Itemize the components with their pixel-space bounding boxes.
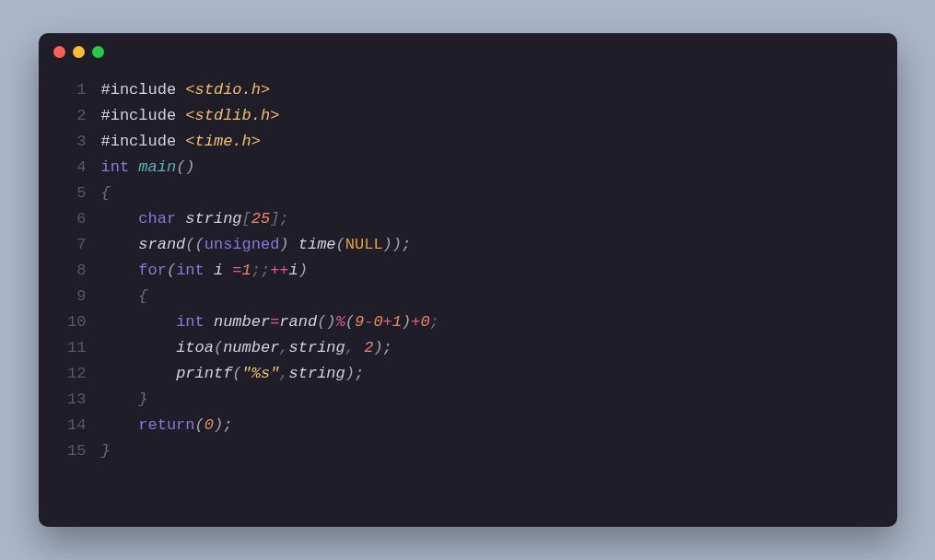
code-token: } xyxy=(101,442,111,460)
code-token xyxy=(205,313,214,331)
code-token: { xyxy=(101,287,148,305)
code-line[interactable]: 2#include <stdlib.h> xyxy=(39,103,897,129)
code-token: time xyxy=(298,236,336,253)
code-token: #include xyxy=(101,107,186,124)
code-token xyxy=(101,416,139,434)
code-content[interactable]: } xyxy=(101,438,111,464)
code-token xyxy=(101,210,139,228)
line-number: 8 xyxy=(39,258,101,284)
code-token: } xyxy=(101,391,148,408)
code-token xyxy=(205,262,214,279)
code-token: ( xyxy=(232,365,241,382)
code-token: #include xyxy=(101,81,186,99)
code-token: 9 xyxy=(355,313,364,331)
code-token: ); xyxy=(373,339,392,356)
code-token: i xyxy=(214,262,223,279)
code-content[interactable]: itoa(number,string, 2); xyxy=(101,335,392,361)
code-token: [ xyxy=(242,210,251,228)
code-line[interactable]: 3#include <time.h> xyxy=(39,129,897,155)
code-line[interactable]: 13 } xyxy=(39,387,897,413)
code-token: i xyxy=(289,262,298,279)
code-token: int xyxy=(101,158,130,176)
code-token: ) xyxy=(298,262,308,279)
code-token: 1 xyxy=(242,262,251,279)
code-line[interactable]: 8 for(int i =1;;++i) xyxy=(39,258,897,284)
code-token: itoa xyxy=(176,339,214,356)
code-content[interactable]: return(0); xyxy=(101,413,233,438)
line-number: 5 xyxy=(39,181,101,206)
code-content[interactable]: { xyxy=(101,284,148,309)
line-number: 10 xyxy=(39,309,101,335)
zoom-icon[interactable] xyxy=(92,46,104,58)
code-line[interactable]: 7 srand((unsigned) time(NULL)); xyxy=(39,232,897,258)
code-content[interactable]: #include <stdlib.h> xyxy=(101,103,280,129)
code-token xyxy=(223,262,232,279)
code-token: ++ xyxy=(270,262,288,279)
code-line[interactable]: 6 char string[25]; xyxy=(39,206,897,232)
code-token: printf xyxy=(176,365,232,382)
code-token: ]; xyxy=(270,210,288,228)
code-line[interactable]: 15} xyxy=(39,438,897,464)
code-token xyxy=(101,262,139,279)
code-token: #include xyxy=(101,133,186,150)
code-line[interactable]: 5{ xyxy=(39,181,897,206)
code-token: , xyxy=(279,365,288,382)
code-token: = xyxy=(232,262,241,279)
code-token: () xyxy=(176,158,194,176)
code-content[interactable]: char string[25]; xyxy=(101,206,289,232)
code-content[interactable]: } xyxy=(101,387,148,413)
line-number: 4 xyxy=(39,155,101,181)
code-content[interactable]: srand((unsigned) time(NULL)); xyxy=(101,232,412,258)
code-line[interactable]: 1#include <stdio.h> xyxy=(39,77,897,103)
line-number: 9 xyxy=(39,284,101,309)
code-token: srand xyxy=(138,236,185,253)
code-token: 0 xyxy=(205,416,214,434)
line-number: 14 xyxy=(39,413,101,438)
code-token xyxy=(101,313,177,331)
code-line[interactable]: 12 printf("%s",string); xyxy=(39,361,897,387)
code-token: 2 xyxy=(364,339,373,356)
code-token: int xyxy=(176,313,205,331)
code-line[interactable]: 10 int number=rand()%(9-0+1)+0; xyxy=(39,309,897,335)
code-token: + xyxy=(411,313,420,331)
code-content[interactable]: printf("%s",string); xyxy=(101,361,365,387)
code-line[interactable]: 9 { xyxy=(39,284,897,309)
code-window: 1#include <stdio.h>2#include <stdlib.h>3… xyxy=(39,33,897,527)
close-icon[interactable] xyxy=(53,46,65,58)
code-editor[interactable]: 1#include <stdio.h>2#include <stdlib.h>3… xyxy=(39,70,897,464)
code-line[interactable]: 11 itoa(number,string, 2); xyxy=(39,335,897,361)
code-token: number xyxy=(223,339,279,356)
code-token: ( xyxy=(214,339,223,356)
code-token: string xyxy=(289,365,345,382)
line-number: 2 xyxy=(39,103,101,129)
code-token: return xyxy=(138,416,194,434)
code-line[interactable]: 14 return(0); xyxy=(39,413,897,438)
code-content[interactable]: #include <stdio.h> xyxy=(101,77,271,103)
code-token: (( xyxy=(185,236,204,253)
code-token: + xyxy=(383,313,392,331)
code-content[interactable]: for(int i =1;;++i) xyxy=(101,258,308,284)
line-number: 15 xyxy=(39,438,101,464)
code-line[interactable]: 4int main() xyxy=(39,155,897,181)
code-token: () xyxy=(317,313,335,331)
code-content[interactable]: int main() xyxy=(101,155,195,181)
code-token: % xyxy=(336,313,345,331)
code-token xyxy=(129,158,138,176)
minimize-icon[interactable] xyxy=(73,46,85,58)
code-token xyxy=(176,210,185,228)
code-content[interactable]: { xyxy=(101,181,111,206)
code-token: , xyxy=(279,339,288,356)
code-token: , xyxy=(345,339,364,356)
code-token: char xyxy=(138,210,176,228)
code-content[interactable]: #include <time.h> xyxy=(101,129,261,155)
code-content[interactable]: int number=rand()%(9-0+1)+0; xyxy=(101,309,439,335)
code-token: - xyxy=(364,313,373,331)
code-token: ) xyxy=(402,313,411,331)
code-token: = xyxy=(270,313,279,331)
code-token: string xyxy=(289,339,345,356)
code-token: rand xyxy=(279,313,317,331)
code-token: 0 xyxy=(373,313,382,331)
code-token: { xyxy=(101,184,111,202)
code-token: NULL xyxy=(345,236,383,253)
code-token: main xyxy=(138,158,176,176)
